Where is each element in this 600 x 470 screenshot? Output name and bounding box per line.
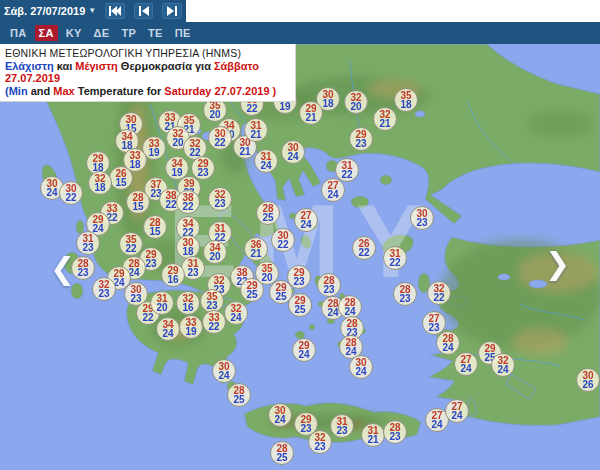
station-marker: 3022 [208,126,232,150]
tab-ΠΕ[interactable]: ΠΕ [171,25,195,41]
station-marker: 3121 [244,118,268,142]
min-temperature: 15 [149,227,160,236]
next-icon [167,6,177,16]
min-temperature: 25 [233,395,244,404]
min-temperature: 22 [125,244,136,253]
station-marker: 2923 [349,127,373,151]
min-temperature: 20 [350,102,361,111]
min-temperature: 23 [323,285,334,294]
min-temperature: 24 [327,190,338,199]
min-temperature: 18 [400,100,411,109]
min-temperature: 24 [345,347,356,356]
min-temperature: 23 [145,259,156,268]
tab-ΣΑ[interactable]: ΣΑ [35,25,58,41]
station-marker: 2622 [352,236,376,260]
station-marker: 3121 [361,423,385,447]
station-marker: 3319 [179,315,203,339]
min-temperature: 22 [182,202,193,211]
min-temperature: 20 [156,303,167,312]
min-temperature: 25 [276,453,287,462]
tab-ΚΥ[interactable]: ΚΥ [62,25,86,41]
min-temperature: 18 [182,247,193,256]
station-marker: 2724 [454,352,478,376]
title-bar: Σάβ. 27/07/2019 ▼ [0,0,186,22]
min-temperature: 23 [130,294,141,303]
min-temperature: 23 [214,199,225,208]
min-temperature: 20 [261,273,272,282]
min-temperature: 22 [341,170,352,179]
min-temperature: 18 [94,183,105,192]
previous-map-arrow[interactable]: ❮ [50,254,75,284]
station-marker: 3518 [394,88,418,112]
station-marker: 3522 [119,232,143,256]
station-marker: 3218 [88,171,112,195]
min-temperature: 25 [246,290,257,299]
tab-ΤΡ[interactable]: ΤΡ [117,25,140,41]
min-temperature: 20 [172,138,183,147]
min-temperature: 16 [182,303,193,312]
station-marker: 3024 [268,403,292,427]
min-temperature: 19 [171,168,182,177]
tab-ΠΑ[interactable]: ΠΑ [6,25,31,41]
station-marker: 3621 [244,237,268,261]
station-marker: 3022 [59,181,83,205]
station-marker: 2916 [161,263,185,287]
station-marker: 3018 [176,235,200,259]
min-temperature: 19 [279,102,290,111]
station-marker: 2921 [299,101,323,125]
station-marker: 3222 [427,281,451,305]
station-marker: 3024 [349,355,373,379]
station-marker: 2815 [126,190,150,214]
min-temperature: 21 [379,119,390,128]
min-temperature: 23 [355,139,366,148]
min-temperature: 23 [428,323,439,332]
station-marker: 3120 [150,291,174,315]
tab-ΤΕ[interactable]: ΤΕ [144,25,167,41]
station-marker: 2825 [227,383,251,407]
station-marker: 2815 [143,215,167,239]
weather-map: EMY 301533213521352034203522341832203022… [0,44,600,470]
min-temperature: 23 [293,277,304,286]
previous-icon [139,6,149,16]
station-marker: 3424 [156,317,180,341]
station-marker: 3420 [203,240,227,264]
station-marker: 3224 [224,301,248,325]
chevron-down-icon: ▼ [88,7,96,15]
min-temperature: 22 [65,193,76,202]
min-temperature: 22 [277,240,288,249]
min-temperature: 24 [260,161,271,170]
station-marker: 3023 [410,206,434,230]
min-temperature: 24 [355,367,366,376]
previous-day-button[interactable] [134,3,154,19]
min-temperature: 19 [185,327,196,336]
station-marker: 2724 [445,399,469,423]
min-temperature: 23 [197,168,208,177]
min-temperature: 20 [209,110,220,119]
min-temperature: 22 [358,248,369,257]
tab-ΔΕ[interactable]: ΔΕ [90,25,114,41]
station-marker: 2925 [288,293,312,317]
min-temperature: 24 [344,307,355,316]
min-temperature: 23 [77,268,88,277]
service-name: ΕΘΝΙΚΗ ΜΕΤΕΩΡΟΛΟΓΙΚΗ ΥΠΗΡΕΣΙΑ (HNMS) [5,47,290,59]
station-marker: 2924 [292,338,316,362]
station-marker: 3223 [208,187,232,211]
next-day-button[interactable] [162,3,182,19]
min-temperature: 21 [305,113,316,122]
station-marker: 3124 [254,149,278,173]
min-temperature: 24 [274,415,285,424]
header-line-greek: Ελάχιστη και Μέγιστη Θερμοκρασία για Σάβ… [5,60,290,84]
min-temperature: 23 [314,442,325,451]
min-temperature: 24 [287,152,298,161]
next-map-arrow[interactable]: ❯ [545,249,570,279]
date-dropdown[interactable]: Σάβ. 27/07/2019 ▼ [4,5,96,17]
min-temperature: 18 [129,160,140,169]
station-marker: 3220 [344,90,368,114]
min-temperature: 24 [298,350,309,359]
skip-first-button[interactable] [105,3,125,19]
min-temperature: 24 [218,371,229,380]
min-temperature: 21 [367,435,378,444]
min-temperature: 19 [148,148,159,157]
min-temperature: 23 [399,294,410,303]
min-temperature: 23 [389,432,400,441]
